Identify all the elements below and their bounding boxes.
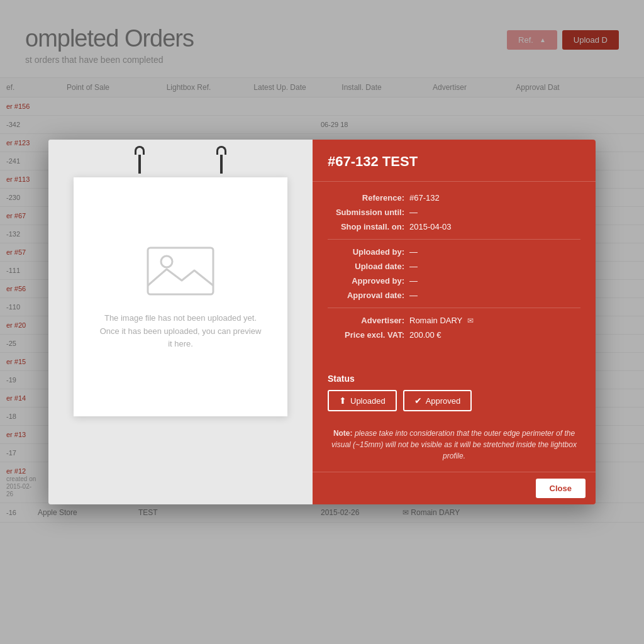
upload-date-row: Upload date: — [328, 262, 580, 271]
price-row: Price excl. VAT: 200.00 € [328, 330, 580, 340]
image-placeholder-icon [143, 243, 218, 299]
approval-date-value: — [409, 291, 418, 300]
advertiser-row: Advertiser: Romain DARY ✉ [328, 316, 580, 325]
approved-status-button[interactable]: ✔ Approved [403, 390, 472, 411]
uploaded-by-label: Uploaded by: [328, 247, 409, 257]
modal-title: #67-132 TEST [313, 140, 596, 182]
submission-row: Submission until: — [328, 208, 580, 217]
price-value: 200.00 € [409, 330, 441, 340]
approval-date-row: Approval date: — [328, 291, 580, 300]
modal-footer: Close [313, 472, 596, 504]
paper-clip-right [214, 146, 229, 177]
uploaded-by-row: Uploaded by: — [328, 247, 580, 257]
check-icon: ✔ [414, 396, 422, 406]
advertiser-label: Advertiser: [328, 316, 409, 325]
upload-icon: ⬆ [339, 396, 347, 406]
shop-install-value: 2015-04-03 [409, 222, 452, 231]
close-button[interactable]: Close [536, 479, 586, 498]
svg-point-1 [161, 256, 172, 267]
order-detail-modal: The image file has not been uploaded yet… [48, 140, 596, 504]
paper-clip-left [132, 146, 147, 177]
clip-body-icon [138, 155, 141, 174]
image-preview-panel: The image file has not been uploaded yet… [48, 140, 313, 504]
upload-date-value: — [409, 262, 418, 271]
paper-clip-area [48, 140, 313, 177]
submission-value: — [409, 208, 418, 217]
note-section: Note: please take into consideration tha… [313, 420, 596, 472]
separator [328, 239, 580, 240]
note-prefix: Note: [333, 429, 353, 438]
placeholder-message: The image file has not been uploaded yet… [99, 312, 262, 351]
separator-2 [328, 308, 580, 308]
price-label: Price excl. VAT: [328, 330, 409, 340]
note-body: please take into consideration that the … [331, 429, 577, 460]
submission-label: Submission until: [328, 208, 409, 217]
status-buttons: ⬆ Uploaded ✔ Approved [328, 390, 580, 411]
uploaded-status-button[interactable]: ⬆ Uploaded [328, 390, 397, 411]
clip-top-icon [135, 146, 145, 155]
email-icon: ✉ [467, 316, 474, 325]
approved-by-value: — [409, 276, 418, 286]
paper-sheet: The image file has not been uploaded yet… [74, 177, 287, 416]
detail-panel: #67-132 TEST Reference: #67-132 Submissi… [313, 140, 596, 504]
clip-top-icon [216, 146, 226, 155]
approved-by-label: Approved by: [328, 276, 409, 286]
reference-value: #67-132 [409, 193, 440, 203]
approved-by-row: Approved by: — [328, 276, 580, 286]
shop-install-row: Shop install. on: 2015-04-03 [328, 222, 580, 231]
upload-date-label: Upload date: [328, 262, 409, 271]
modal-details: Reference: #67-132 Submission until: — S… [313, 182, 596, 374]
clip-body-icon [220, 155, 223, 174]
approval-date-label: Approval date: [328, 291, 409, 300]
reference-row: Reference: #67-132 [328, 193, 580, 203]
reference-label: Reference: [328, 193, 409, 203]
advertiser-value: Romain DARY ✉ [409, 316, 474, 325]
status-section: Status ⬆ Uploaded ✔ Approved [313, 374, 596, 420]
note-text: Note: please take into consideration tha… [328, 428, 580, 462]
uploaded-by-value: — [409, 247, 418, 257]
status-label: Status [328, 374, 580, 384]
modal-overlay: The image file has not been uploaded yet… [0, 0, 644, 644]
svg-rect-0 [148, 248, 213, 294]
shop-install-label: Shop install. on: [328, 222, 409, 231]
